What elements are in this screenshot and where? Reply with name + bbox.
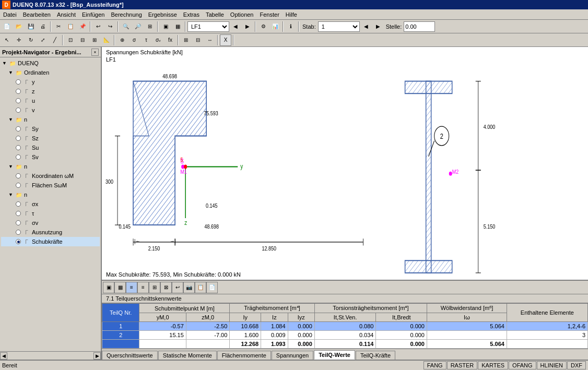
results-btn[interactable]: 📊 (269, 21, 281, 32)
bottom-btn-7[interactable]: ↩ (172, 282, 183, 293)
tree-item-sz[interactable]: Γ Sz (1, 134, 100, 143)
radio-koordinaten[interactable] (16, 173, 21, 178)
stelle-input[interactable] (404, 21, 435, 32)
tree-item-sv[interactable]: Γ Sv (1, 152, 100, 162)
tree-item-n1[interactable]: ▼ 📁 n (1, 115, 100, 124)
tree-item-ausnutzung[interactable]: Γ Ausnutzung (1, 228, 100, 237)
expand-n2[interactable]: ▼ (8, 164, 15, 169)
radio-su[interactable] (16, 145, 21, 150)
zoom-out-btn[interactable]: 🔎 (132, 21, 144, 32)
tab-statische-momente[interactable]: Statische Momente (158, 351, 217, 360)
menu-optionen[interactable]: Optionen (227, 10, 257, 19)
radio-v[interactable] (16, 108, 21, 113)
next-lf-btn[interactable]: ▶ (242, 21, 253, 32)
bottom-btn-9[interactable]: 📋 (195, 282, 206, 293)
table-row-1[interactable]: 1 -0.57 -2.50 10.668 1.084 0.000 0.080 0… (102, 322, 588, 331)
rotate-btn[interactable]: ↻ (25, 34, 37, 46)
tab-flaechenmomente[interactable]: Flächenmomente (217, 351, 271, 360)
tab-querschnittswerte[interactable]: Querschnittswerte (102, 351, 158, 360)
snap-btn[interactable]: ⊟ (192, 34, 204, 46)
zoom-next-btn2[interactable]: ⊞ (89, 34, 100, 46)
tree-item-y[interactable]: Γ y (1, 77, 100, 87)
radio-sigma-v[interactable] (16, 220, 21, 225)
radio-y[interactable] (16, 79, 21, 85)
tree-item-koordinaten[interactable]: Γ Koordinaten ωM (1, 171, 100, 181)
bottom-btn-4[interactable]: ≡ (137, 282, 149, 293)
dim-btn[interactable]: ↔ (204, 34, 216, 46)
tree-item-sy[interactable]: Γ Sy (1, 124, 100, 134)
menu-einfuegen[interactable]: Einfügen (79, 10, 108, 19)
menu-ergebnisse[interactable]: Ergebnisse (145, 10, 180, 19)
zoom-prev-btn[interactable]: ⊟ (77, 34, 88, 46)
open-btn[interactable]: 📂 (13, 21, 25, 32)
undo-btn[interactable]: ↩ (92, 21, 104, 32)
grid-btn[interactable]: ⊞ (180, 34, 192, 46)
calc-btn[interactable]: ⚙ (257, 21, 269, 32)
zoom-in-btn[interactable]: 🔍 (120, 21, 132, 32)
radio-sy[interactable] (16, 126, 21, 132)
cut-btn[interactable]: ✂ (53, 21, 64, 32)
nav-hscroll[interactable]: ◀ ▶ (0, 351, 101, 360)
paste-btn[interactable]: 📌 (77, 21, 88, 32)
scale-btn[interactable]: ⤢ (37, 34, 49, 46)
bottom-btn-1[interactable]: ▣ (103, 282, 114, 293)
status-btn-kartes[interactable]: KARTES (478, 361, 508, 369)
zoom-window-btn[interactable]: ⊡ (65, 34, 76, 46)
bottom-btn-10[interactable]: 📄 (206, 282, 218, 293)
status-btn-ofang[interactable]: OFANG (509, 361, 536, 369)
stab-dropdown[interactable]: 1 (318, 21, 360, 32)
sigma-btn[interactable]: τ (140, 34, 152, 46)
axis-btn[interactable]: ⊕ (116, 34, 128, 46)
tree-item-sigma-x[interactable]: Γ σx (1, 199, 100, 209)
move-btn[interactable]: ✛ (13, 34, 25, 46)
new-btn[interactable]: 📄 (1, 21, 13, 32)
expand-n1[interactable]: ▼ (8, 117, 15, 122)
render-btn[interactable]: ▦ (172, 21, 183, 32)
radio-sigma-x[interactable] (16, 201, 21, 207)
radio-u[interactable] (16, 98, 21, 103)
radio-z[interactable] (16, 89, 21, 94)
copy-btn[interactable]: 📋 (65, 21, 76, 32)
info-btn[interactable]: ℹ (285, 21, 297, 32)
stab-next-btn[interactable]: ▶ (372, 21, 384, 32)
radio-ausnutzung[interactable] (16, 230, 21, 235)
menu-berechnung[interactable]: Berechnung (108, 10, 145, 19)
status-btn-dxf[interactable]: DXF (567, 361, 586, 369)
radio-schubkraefte[interactable] (16, 239, 21, 244)
menu-tabelle[interactable]: Tabelle (203, 10, 227, 19)
tree-item-z[interactable]: Γ z (1, 87, 100, 96)
menu-hilfe[interactable]: Hilfe (283, 10, 300, 19)
bottom-btn-2[interactable]: ▦ (114, 282, 126, 293)
tree-item-ordinaten[interactable]: ▼ 📁 Ordinaten (1, 68, 100, 77)
sigma-v-btn[interactable]: σᵥ (152, 34, 164, 46)
radio-tau[interactable] (16, 211, 21, 216)
tree-item-tau[interactable]: Γ τ (1, 209, 100, 218)
line-btn[interactable]: ╱ (49, 34, 61, 46)
redo-btn[interactable]: ↪ (104, 21, 116, 32)
symbol-btn[interactable]: σ (128, 34, 140, 46)
save-btn[interactable]: 💾 (25, 21, 37, 32)
tree-item-duenq[interactable]: ▼ 📁 DUENQ (1, 58, 100, 68)
menu-fenster[interactable]: Fenster (257, 10, 283, 19)
navigator-close-btn[interactable]: × (91, 49, 99, 56)
tab-teilq-kraefte[interactable]: TeilQ-Kräfte (356, 351, 395, 360)
menu-datei[interactable]: Datei (0, 10, 20, 19)
tree-item-u[interactable]: Γ u (1, 96, 100, 105)
radio-sv[interactable] (16, 154, 21, 160)
tree-item-sigma-v[interactable]: Γ σv (1, 218, 100, 228)
status-btn-raster[interactable]: RASTER (447, 361, 478, 369)
bottom-btn-5[interactable]: ⊞ (149, 282, 160, 293)
stab-prev-btn[interactable]: ◀ (360, 21, 372, 32)
tab-teilq-werte[interactable]: TeilQ-Werte (314, 350, 355, 360)
bottom-btn-6[interactable]: ⊠ (160, 282, 172, 293)
radio-sz[interactable] (16, 136, 21, 141)
lf-dropdown[interactable]: LF1 (187, 21, 229, 32)
bottom-btn-3[interactable]: ≡ (126, 282, 137, 293)
tree-item-n2[interactable]: ▼ 📁 n (1, 162, 100, 171)
menu-extras[interactable]: Extras (180, 10, 203, 19)
tree-item-su[interactable]: Γ Su (1, 143, 100, 152)
tree-item-n3[interactable]: ▼ 📁 n (1, 190, 100, 199)
prev-lf-btn[interactable]: ◀ (230, 21, 241, 32)
select-btn[interactable]: ↖ (1, 34, 13, 46)
menu-ansicht[interactable]: Ansicht (54, 10, 79, 19)
